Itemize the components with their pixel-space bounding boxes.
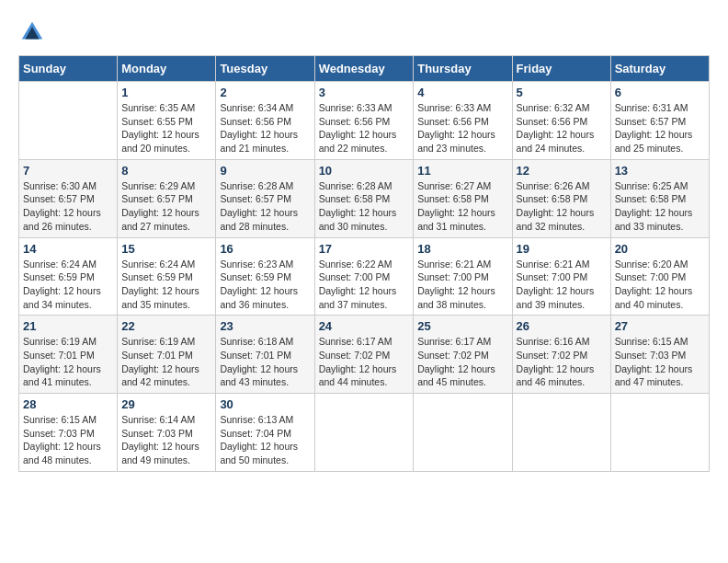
day-number: 12 [517, 164, 607, 178]
logo [18, 18, 50, 46]
day-number: 16 [220, 242, 310, 256]
calendar-cell: 18Sunrise: 6:21 AM Sunset: 7:00 PM Dayli… [414, 237, 512, 316]
day-info: Sunrise: 6:24 AM Sunset: 6:59 PM Dayligh… [23, 258, 113, 312]
day-number: 30 [220, 397, 310, 411]
calendar-cell: 6Sunrise: 6:31 AM Sunset: 6:57 PM Daylig… [610, 82, 709, 160]
day-info: Sunrise: 6:20 AM Sunset: 7:00 PM Dayligh… [615, 258, 705, 312]
calendar-cell: 15Sunrise: 6:24 AM Sunset: 6:59 PM Dayli… [118, 237, 216, 316]
calendar-week-2: 7Sunrise: 6:30 AM Sunset: 6:57 PM Daylig… [19, 159, 710, 237]
day-number: 17 [319, 242, 410, 256]
logo-icon [18, 18, 46, 46]
calendar-week-4: 21Sunrise: 6:19 AM Sunset: 7:01 PM Dayli… [19, 316, 710, 394]
day-number: 26 [517, 319, 607, 333]
day-info: Sunrise: 6:30 AM Sunset: 6:57 PM Dayligh… [23, 179, 113, 234]
day-info: Sunrise: 6:19 AM Sunset: 7:01 PM Dayligh… [121, 335, 211, 389]
calendar-cell: 9Sunrise: 6:28 AM Sunset: 6:57 PM Daylig… [216, 159, 314, 237]
day-number: 21 [23, 319, 113, 333]
day-number: 25 [417, 319, 507, 333]
day-number: 18 [417, 242, 507, 256]
calendar-header-monday: Monday [118, 56, 216, 82]
calendar-cell: 4Sunrise: 6:33 AM Sunset: 6:56 PM Daylig… [414, 82, 512, 160]
day-info: Sunrise: 6:28 AM Sunset: 6:57 PM Dayligh… [220, 179, 310, 234]
day-number: 14 [23, 242, 113, 256]
day-number: 13 [615, 164, 705, 178]
calendar-cell [414, 394, 512, 472]
day-number: 5 [517, 86, 607, 99]
calendar-cell: 27Sunrise: 6:15 AM Sunset: 7:03 PM Dayli… [610, 316, 709, 394]
day-info: Sunrise: 6:17 AM Sunset: 7:02 PM Dayligh… [417, 335, 507, 389]
calendar-cell: 11Sunrise: 6:27 AM Sunset: 6:58 PM Dayli… [414, 159, 512, 237]
day-number: 19 [517, 242, 607, 256]
calendar-cell: 8Sunrise: 6:29 AM Sunset: 6:57 PM Daylig… [118, 159, 216, 237]
calendar-cell: 29Sunrise: 6:14 AM Sunset: 7:03 PM Dayli… [118, 394, 216, 472]
day-info: Sunrise: 6:35 AM Sunset: 6:55 PM Dayligh… [121, 101, 211, 155]
day-number: 20 [615, 242, 705, 256]
day-number: 10 [319, 164, 410, 178]
calendar-table: SundayMondayTuesdayWednesdayThursdayFrid… [18, 55, 710, 472]
calendar-cell: 17Sunrise: 6:22 AM Sunset: 7:00 PM Dayli… [314, 237, 414, 316]
day-info: Sunrise: 6:19 AM Sunset: 7:01 PM Dayligh… [23, 335, 113, 389]
calendar-cell [314, 394, 414, 472]
calendar-cell: 22Sunrise: 6:19 AM Sunset: 7:01 PM Dayli… [118, 316, 216, 394]
calendar-cell [512, 394, 610, 472]
calendar-header-saturday: Saturday [610, 56, 709, 82]
day-info: Sunrise: 6:27 AM Sunset: 6:58 PM Dayligh… [417, 179, 507, 234]
calendar-cell: 12Sunrise: 6:26 AM Sunset: 6:58 PM Dayli… [512, 159, 610, 237]
day-number: 2 [220, 86, 310, 99]
calendar-cell: 16Sunrise: 6:23 AM Sunset: 6:59 PM Dayli… [216, 237, 314, 316]
day-info: Sunrise: 6:25 AM Sunset: 6:58 PM Dayligh… [615, 179, 705, 234]
calendar-cell: 19Sunrise: 6:21 AM Sunset: 7:00 PM Dayli… [512, 237, 610, 316]
day-info: Sunrise: 6:16 AM Sunset: 7:02 PM Dayligh… [517, 335, 607, 389]
calendar-week-3: 14Sunrise: 6:24 AM Sunset: 6:59 PM Dayli… [19, 237, 710, 316]
day-info: Sunrise: 6:24 AM Sunset: 6:59 PM Dayligh… [121, 258, 211, 312]
calendar-header-row: SundayMondayTuesdayWednesdayThursdayFrid… [19, 56, 710, 82]
calendar-header-wednesday: Wednesday [314, 56, 414, 82]
calendar-cell: 7Sunrise: 6:30 AM Sunset: 6:57 PM Daylig… [19, 159, 118, 237]
calendar-cell: 28Sunrise: 6:15 AM Sunset: 7:03 PM Dayli… [19, 394, 118, 472]
day-info: Sunrise: 6:26 AM Sunset: 6:58 PM Dayligh… [517, 179, 607, 234]
calendar-cell [19, 82, 118, 160]
calendar-cell: 23Sunrise: 6:18 AM Sunset: 7:01 PM Dayli… [216, 316, 314, 394]
day-info: Sunrise: 6:33 AM Sunset: 6:56 PM Dayligh… [319, 101, 410, 155]
calendar-header-friday: Friday [512, 56, 610, 82]
calendar-week-5: 28Sunrise: 6:15 AM Sunset: 7:03 PM Dayli… [19, 394, 710, 472]
page-header [18, 18, 710, 46]
day-info: Sunrise: 6:15 AM Sunset: 7:03 PM Dayligh… [615, 335, 705, 389]
calendar-cell: 3Sunrise: 6:33 AM Sunset: 6:56 PM Daylig… [314, 82, 414, 160]
day-number: 11 [417, 164, 507, 178]
day-info: Sunrise: 6:14 AM Sunset: 7:03 PM Dayligh… [121, 413, 211, 467]
calendar-cell: 26Sunrise: 6:16 AM Sunset: 7:02 PM Dayli… [512, 316, 610, 394]
day-number: 4 [417, 86, 507, 99]
day-info: Sunrise: 6:29 AM Sunset: 6:57 PM Dayligh… [121, 179, 211, 234]
calendar-header-tuesday: Tuesday [216, 56, 314, 82]
calendar-header-thursday: Thursday [414, 56, 512, 82]
day-number: 15 [121, 242, 211, 256]
day-number: 6 [615, 86, 705, 99]
day-info: Sunrise: 6:18 AM Sunset: 7:01 PM Dayligh… [220, 335, 310, 389]
calendar-header-sunday: Sunday [19, 56, 118, 82]
calendar-cell: 2Sunrise: 6:34 AM Sunset: 6:56 PM Daylig… [216, 82, 314, 160]
day-info: Sunrise: 6:17 AM Sunset: 7:02 PM Dayligh… [319, 335, 410, 389]
day-number: 27 [615, 319, 705, 333]
calendar-cell: 24Sunrise: 6:17 AM Sunset: 7:02 PM Dayli… [314, 316, 414, 394]
calendar-cell: 5Sunrise: 6:32 AM Sunset: 6:56 PM Daylig… [512, 82, 610, 160]
day-number: 29 [121, 397, 211, 411]
day-info: Sunrise: 6:28 AM Sunset: 6:58 PM Dayligh… [319, 179, 410, 234]
day-number: 28 [23, 397, 113, 411]
day-number: 8 [121, 164, 211, 178]
day-info: Sunrise: 6:13 AM Sunset: 7:04 PM Dayligh… [220, 413, 310, 467]
day-info: Sunrise: 6:32 AM Sunset: 6:56 PM Dayligh… [517, 101, 607, 155]
calendar-cell: 20Sunrise: 6:20 AM Sunset: 7:00 PM Dayli… [610, 237, 709, 316]
day-number: 24 [319, 319, 410, 333]
day-info: Sunrise: 6:21 AM Sunset: 7:00 PM Dayligh… [417, 258, 507, 312]
day-info: Sunrise: 6:34 AM Sunset: 6:56 PM Dayligh… [220, 101, 310, 155]
day-number: 1 [121, 86, 211, 99]
calendar-cell: 21Sunrise: 6:19 AM Sunset: 7:01 PM Dayli… [19, 316, 118, 394]
day-info: Sunrise: 6:23 AM Sunset: 6:59 PM Dayligh… [220, 258, 310, 312]
calendar-cell: 13Sunrise: 6:25 AM Sunset: 6:58 PM Dayli… [610, 159, 709, 237]
day-info: Sunrise: 6:15 AM Sunset: 7:03 PM Dayligh… [23, 413, 113, 467]
calendar-cell: 1Sunrise: 6:35 AM Sunset: 6:55 PM Daylig… [118, 82, 216, 160]
calendar-cell: 14Sunrise: 6:24 AM Sunset: 6:59 PM Dayli… [19, 237, 118, 316]
day-info: Sunrise: 6:21 AM Sunset: 7:00 PM Dayligh… [517, 258, 607, 312]
calendar-cell [610, 394, 709, 472]
